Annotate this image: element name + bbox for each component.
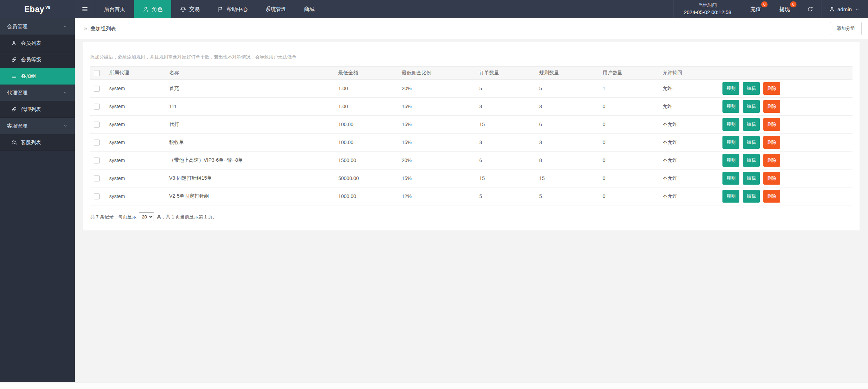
sidebar-group-3[interactable]: 客服管理: [0, 118, 75, 134]
cell-min-amount: 1500.00: [335, 152, 399, 169]
sidebar-item-1-3[interactable]: 叠加组: [0, 68, 75, 85]
nav-item-4[interactable]: 帮助中心: [209, 0, 257, 18]
row-checkbox[interactable]: [94, 140, 100, 146]
edit-button[interactable]: 编辑: [743, 154, 760, 167]
cell-agent: system: [106, 152, 166, 169]
nav-item-label: 角色: [152, 6, 162, 13]
delete-button[interactable]: 删除: [763, 100, 780, 113]
content-area: » 叠加组列表 添加分组 添加分组后，必须添加规则，并且规则需要对应好订单个数，…: [75, 18, 868, 382]
cell-min-amount: 100.00: [335, 116, 399, 134]
nav-item-2[interactable]: 角色: [134, 0, 171, 18]
recharge-badge: 0: [761, 1, 768, 7]
edit-button[interactable]: 编辑: [743, 190, 760, 203]
edit-button[interactable]: 编辑: [743, 118, 760, 131]
row-checkbox[interactable]: [94, 86, 100, 92]
sidebar-group-2[interactable]: 代理管理: [0, 85, 75, 101]
cell-name: 首充: [166, 80, 335, 98]
cell-recycle: 不允许: [660, 187, 720, 205]
cell-min-commission: 20%: [399, 152, 476, 169]
main-area: 会员管理会员列表会员等级叠加组代理管理代理列表客服管理客服列表 » 叠加组列表 …: [0, 18, 868, 382]
rules-button[interactable]: 规则: [722, 154, 739, 167]
checkbox-cell: [90, 152, 106, 169]
column-header: 订单数量: [476, 67, 536, 80]
horizontal-scrollbar[interactable]: [0, 382, 868, 389]
edit-button[interactable]: 编辑: [743, 100, 760, 113]
sidebar-item-label: 客服列表: [21, 139, 41, 146]
per-page-select[interactable]: 20: [139, 212, 154, 221]
cell-recycle: 不允许: [660, 169, 720, 187]
withdraw-button[interactable]: 提现 0: [770, 0, 799, 18]
rules-button[interactable]: 规则: [722, 118, 739, 131]
rules-button[interactable]: 规则: [722, 190, 739, 203]
delete-button[interactable]: 删除: [763, 190, 780, 203]
local-time-label: 当地时间: [684, 2, 731, 9]
page-title: 叠加组列表: [90, 25, 116, 32]
column-header: 允许轮回: [660, 67, 720, 80]
delete-button[interactable]: 删除: [763, 118, 780, 131]
refresh-button[interactable]: [799, 0, 821, 18]
group-table: 所属代理名称最低金额最低佣金比例订单数量规则数量用户数量允许轮回 system首…: [90, 66, 852, 205]
add-group-button[interactable]: 添加分组: [830, 22, 862, 35]
cell-rules: 3: [536, 98, 600, 116]
cell-users: 0: [600, 152, 660, 169]
row-checkbox[interactable]: [94, 175, 100, 181]
checkbox-cell: [90, 80, 106, 98]
user-icon: [143, 6, 149, 12]
sidebar-item-1-1[interactable]: 会员列表: [0, 35, 75, 51]
user-menu[interactable]: admin: [821, 0, 868, 18]
checkbox-cell: [90, 187, 106, 205]
nav-item-3[interactable]: 交易: [171, 0, 209, 18]
edit-button[interactable]: 编辑: [743, 172, 760, 185]
sidebar-item-1-2[interactable]: 会员等级: [0, 51, 75, 68]
row-checkbox[interactable]: [94, 104, 100, 110]
link-icon: [11, 57, 17, 62]
sidebar-item-3-1[interactable]: 客服列表: [0, 134, 75, 151]
actions-cell: 规则编辑删除: [720, 80, 852, 98]
cell-min-commission: 15%: [399, 134, 476, 152]
withdraw-badge: 0: [790, 1, 796, 7]
nav-item-6[interactable]: 商城: [295, 0, 324, 18]
top-nav: 后台首页角色交易帮助中心系统管理商城: [95, 0, 324, 18]
cell-recycle: 允许: [660, 80, 720, 98]
cell-agent: system: [106, 187, 166, 205]
rules-button[interactable]: 规则: [722, 172, 739, 185]
cell-users: 0: [600, 187, 660, 205]
nav-item-1[interactable]: 后台首页: [95, 0, 134, 18]
checkbox-cell: [90, 98, 106, 116]
rules-button[interactable]: 规则: [722, 136, 739, 149]
delete-button[interactable]: 删除: [763, 154, 780, 167]
row-checkbox[interactable]: [94, 158, 100, 163]
cell-orders: 5: [476, 80, 536, 98]
delete-button[interactable]: 删除: [763, 136, 780, 149]
delete-button[interactable]: 删除: [763, 82, 780, 95]
sidebar-group-1[interactable]: 会员管理: [0, 18, 75, 35]
cell-agent: system: [106, 116, 166, 134]
nav-item-5[interactable]: 系统管理: [257, 0, 295, 18]
edit-button[interactable]: 编辑: [743, 82, 760, 95]
rules-button[interactable]: 规则: [722, 100, 739, 113]
logo-version: V8: [45, 5, 50, 10]
cell-orders: 3: [476, 134, 536, 152]
pagination-prefix: 共 7 条记录，每页显示: [90, 214, 136, 220]
column-header: 用户数量: [600, 67, 660, 80]
refresh-icon: [807, 6, 813, 12]
cell-users: 0: [600, 134, 660, 152]
column-header: 最低金额: [335, 67, 399, 80]
cell-orders: 3: [476, 98, 536, 116]
recharge-button[interactable]: 充值 0: [741, 0, 770, 18]
rules-button[interactable]: 规则: [722, 82, 739, 95]
menu-toggle-button[interactable]: [75, 0, 95, 18]
app-logo: EbayV8: [0, 0, 75, 18]
delete-button[interactable]: 删除: [763, 172, 780, 185]
cell-min-commission: 12%: [399, 187, 476, 205]
row-checkbox[interactable]: [94, 122, 100, 128]
edit-button[interactable]: 编辑: [743, 136, 760, 149]
cell-agent: system: [106, 134, 166, 152]
sidebar-item-label: 叠加组: [21, 73, 36, 80]
select-all-checkbox[interactable]: [94, 70, 100, 76]
sidebar-group-label: 代理管理: [7, 89, 27, 96]
table-row: systemV3-固定打针组15单50000.0015%15150不允许规则编辑…: [90, 169, 852, 187]
cell-rules: 15: [536, 169, 600, 187]
sidebar-item-2-1[interactable]: 代理列表: [0, 101, 75, 118]
row-checkbox[interactable]: [94, 193, 100, 199]
